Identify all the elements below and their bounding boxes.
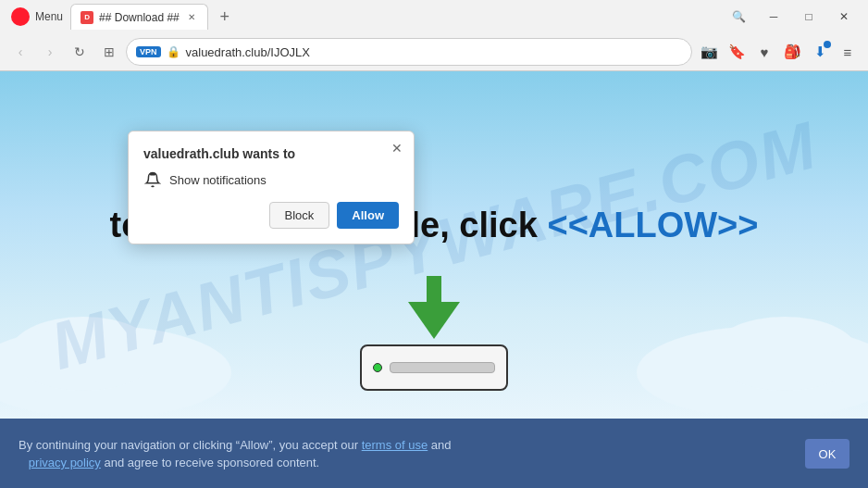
tab-bar: D ## Download ## ✕ + <box>70 4 714 30</box>
url-bar[interactable]: VPN 🔒 valuedrath.club/IJOJLX <box>126 38 692 66</box>
terms-of-use-link[interactable]: terms of use <box>362 438 428 452</box>
new-tab-button[interactable]: + <box>212 4 238 30</box>
download-icon[interactable]: ⬇ <box>807 39 833 65</box>
privacy-policy-link[interactable]: privacy policy <box>29 456 101 469</box>
permission-label: Show notifications <box>169 173 267 187</box>
download-badge <box>824 41 831 48</box>
arrow-head <box>408 302 460 339</box>
footer-bar: By continuing your navigation or clickin… <box>0 419 868 488</box>
popup-actions: Block Allow <box>143 202 399 229</box>
download-illustration <box>360 283 508 391</box>
drive-icon <box>360 344 508 391</box>
menu-icon[interactable]: ≡ <box>835 39 861 65</box>
footer-text-before-policy <box>19 456 29 469</box>
footer-text: By continuing your navigation or clickin… <box>19 436 452 472</box>
vpn-badge: VPN <box>136 46 161 57</box>
permission-row: Show notifications <box>143 170 399 189</box>
active-tab[interactable]: D ## Download ## ✕ <box>70 4 208 30</box>
heart-icon[interactable]: ♥ <box>751 39 777 65</box>
allow-button[interactable]: Allow <box>337 202 399 229</box>
window-controls: 🔍 ─ □ ✕ <box>722 4 861 30</box>
drive-dot <box>373 363 382 372</box>
tab-close-button[interactable]: ✕ <box>185 11 198 24</box>
forward-button[interactable]: › <box>37 39 63 65</box>
wallet-icon[interactable]: 🎒 <box>779 39 805 65</box>
notification-icon <box>143 170 162 189</box>
opera-logo[interactable] <box>7 4 33 30</box>
address-bar: ‹ › ↻ ⊞ VPN 🔒 valuedrath.club/IJOJLX 📷 🔖… <box>0 33 868 70</box>
tab-title: ## Download ## <box>99 11 180 24</box>
bookmark-icon[interactable]: 🔖 <box>724 39 750 65</box>
minimize-button[interactable]: ─ <box>757 4 790 30</box>
footer-text-middle: and <box>428 438 451 452</box>
arrow-stem <box>427 276 441 302</box>
popup-title: valuedrath.club wants to <box>143 146 399 161</box>
toolbar-icons: 📷 🔖 ♥ 🎒 ⬇ ≡ <box>696 39 861 65</box>
cloud-right <box>600 298 868 419</box>
reload-button[interactable]: ↻ <box>67 39 93 65</box>
block-button[interactable]: Block <box>269 202 330 229</box>
title-bar: Menu D ## Download ## ✕ + 🔍 ─ □ ✕ <box>0 0 868 33</box>
cloud-left <box>0 298 268 419</box>
url-text[interactable]: valuedrath.club/IJOJLX <box>186 45 682 59</box>
ok-button[interactable]: OK <box>805 439 849 469</box>
footer-text-after: and agree to receive sponsored content. <box>101 456 319 469</box>
tab-favicon: D <box>81 11 93 24</box>
maximize-button[interactable]: □ <box>792 4 825 30</box>
close-button[interactable]: ✕ <box>827 4 861 30</box>
svg-rect-0 <box>150 173 155 176</box>
lock-icon: 🔒 <box>167 45 180 58</box>
search-window-button[interactable]: 🔍 <box>722 4 755 30</box>
footer-text-before-terms: By continuing your navigation or clickin… <box>19 438 362 452</box>
main-content: MYANTISPYWARE.COM to download the file, … <box>0 71 868 419</box>
grid-button[interactable]: ⊞ <box>96 39 122 65</box>
popup-close-button[interactable]: ✕ <box>388 139 406 157</box>
drive-slot <box>390 362 495 373</box>
instruction-highlight: <<ALLOW>> <box>547 206 758 244</box>
camera-icon[interactable]: 📷 <box>696 39 722 65</box>
menu-label[interactable]: Menu <box>35 10 63 23</box>
back-button[interactable]: ‹ <box>7 39 33 65</box>
notification-popup: ✕ valuedrath.club wants to Show notifica… <box>128 131 415 244</box>
